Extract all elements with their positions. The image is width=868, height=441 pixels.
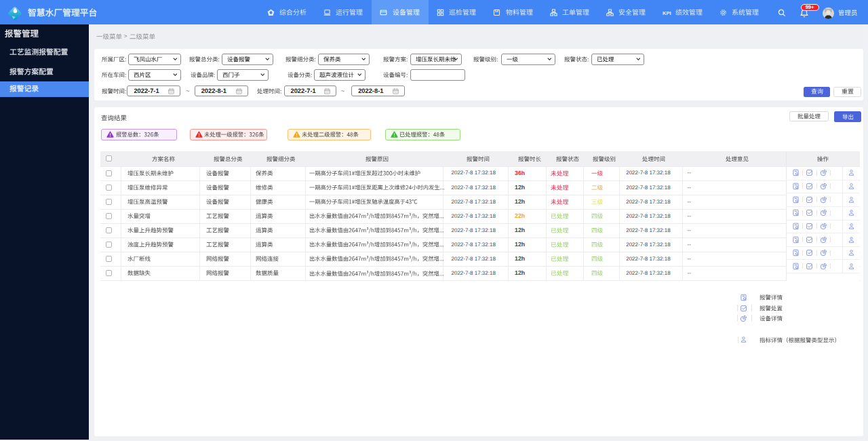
svg-text:KPI: KPI xyxy=(663,10,671,16)
